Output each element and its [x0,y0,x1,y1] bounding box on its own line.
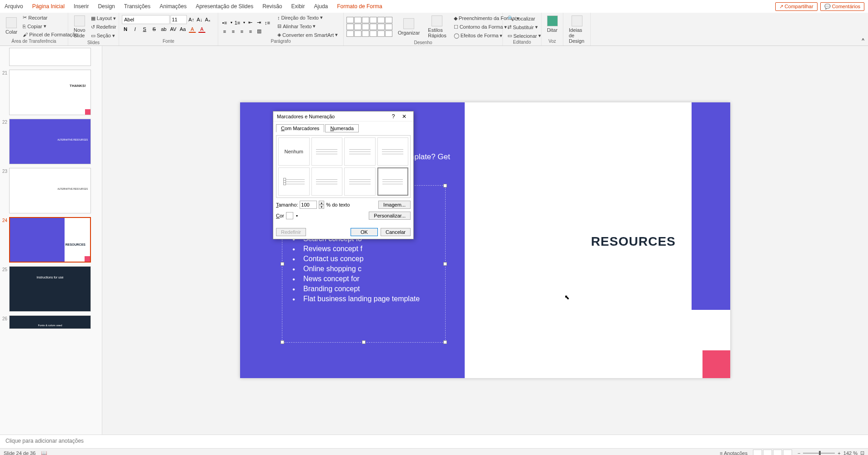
reset-button[interactable]: ↺ Redefinir [89,23,118,31]
image-button[interactable]: Imagem... [378,201,411,209]
ok-button[interactable]: OK [351,228,378,236]
comments-button[interactable]: 💬 Comentários [820,2,864,11]
indent-increase-icon[interactable]: ⇥ [255,19,262,26]
menu-apresentacao[interactable]: Apresentação de Slides [191,0,258,12]
bullet-style-6[interactable] [311,167,343,196]
menu-formato-forma[interactable]: Formato de Forma [332,0,386,12]
fit-to-window-button[interactable]: ⊡ [860,450,864,455]
slide-title[interactable]: RESOURCES [591,234,676,249]
smartart-button[interactable]: ◈ Converter em SmartArt ▾ [276,31,340,39]
bullet-style-2[interactable] [311,137,343,166]
collapse-ribbon-button[interactable]: ^ [862,37,864,44]
align-justify-icon[interactable]: ≡ [247,28,254,35]
size-input[interactable] [300,201,317,209]
increase-font-icon[interactable]: A↑ [188,16,195,23]
resize-handle[interactable] [443,184,447,187]
align-right-icon[interactable]: ≡ [238,28,246,35]
menu-arquivo[interactable]: Arquivo [0,0,28,12]
paste-button[interactable]: Colar [3,15,20,36]
bullet-item[interactable]: Online shopping c [292,264,435,274]
zoom-slider[interactable] [803,453,835,454]
align-left-icon[interactable]: ≡ [221,28,228,35]
quick-styles-button[interactable]: Estilos Rápidos [425,14,449,40]
menu-animacoes[interactable]: Animações [155,0,191,12]
color-dropdown-arrow[interactable]: ▾ [296,214,298,218]
size-spin-up[interactable]: ▲ [319,201,324,205]
slide-thumb-23[interactable]: ALTERNATIVE RESOURCES [9,168,91,213]
tab-bullets[interactable]: CCom Marcadoresom Marcadores [276,124,324,132]
italic-button[interactable]: I [131,25,139,33]
dictate-button[interactable]: Ditar [544,14,560,35]
numbering-button[interactable]: 1≡ [234,19,241,26]
zoom-in-button[interactable]: + [838,450,840,455]
bullet-item[interactable]: Reviews concept f [292,244,435,254]
clear-format-icon[interactable]: Aₓ [204,16,211,23]
bullet-style-7[interactable] [344,167,376,196]
color-picker[interactable] [286,212,293,219]
sorter-view-button[interactable] [763,450,772,455]
slide-thumb-20-partial[interactable] [9,48,91,66]
align-center-icon[interactable]: ≡ [230,28,237,35]
slideshow-button[interactable] [783,450,792,455]
arrange-button[interactable]: Organizar [395,16,422,37]
bullet-style-4[interactable] [377,137,409,166]
resize-handle[interactable] [443,340,447,344]
tab-numbered[interactable]: Numerada [325,124,358,132]
bullet-style-3[interactable] [344,137,376,166]
notes-toggle[interactable]: ≡ Anotações [720,450,748,455]
bullet-style-8[interactable] [377,167,409,196]
menu-exibir[interactable]: Exibir [287,0,310,12]
menu-inserir[interactable]: Inserir [69,0,93,12]
slide-thumb-26[interactable]: Fonts & colors used [9,315,91,329]
select-button[interactable]: ▭ Selecionar ▾ [506,32,538,40]
menu-pagina-inicial[interactable]: Página Inicial [28,0,69,12]
font-color-button[interactable]: A [198,25,206,33]
strike-button[interactable]: S [151,25,158,33]
zoom-out-button[interactable]: − [798,450,800,455]
slide-thumb-24[interactable]: RESOURCES [9,217,91,263]
spellcheck-icon[interactable]: 📖 [41,450,47,455]
shadow-button[interactable]: ab [160,25,167,33]
bullet-item[interactable]: Flat business landing page template [292,294,435,304]
shapes-gallery[interactable] [346,17,392,37]
line-spacing-icon[interactable]: ↕≡ [264,19,271,26]
bullet-item[interactable]: Branding concept [292,284,435,294]
design-ideas-button[interactable]: Ideias de Design [566,14,587,46]
bullets-button[interactable]: •≡ [221,19,228,26]
case-button[interactable]: Aa [179,25,186,33]
bullet-item[interactable]: Contact us concep [292,254,435,264]
underline-button[interactable]: S [141,25,148,33]
dialog-close-button[interactable]: ✕ [399,113,410,120]
cancel-button[interactable]: Cancelar [381,228,411,236]
bullet-item[interactable]: News concept for [292,274,435,284]
find-button[interactable]: 🔍 Localizar [506,15,538,22]
customize-button[interactable]: Personalizar... [369,212,411,220]
size-spin-down[interactable]: ▼ [319,205,324,209]
columns-icon[interactable]: ▥ [256,28,263,35]
menu-revisao[interactable]: Revisão [258,0,286,12]
section-button[interactable]: ▭ Seção ▾ [89,32,118,40]
text-direction-button[interactable]: ↕ Direção do Texto ▾ [276,14,340,21]
bold-button[interactable]: N [122,25,129,33]
slide-thumb-21[interactable]: THANKS! [9,70,91,115]
normal-view-button[interactable] [753,450,762,455]
resize-handle[interactable] [362,340,366,344]
resize-handle[interactable] [281,340,284,344]
spacing-button[interactable]: AV [170,25,177,33]
resize-handle[interactable] [443,262,447,266]
bullet-style-5[interactable] [278,167,310,196]
share-button[interactable]: ↗ Compartilhar [775,2,818,11]
highlight-color-button[interactable]: A [189,25,196,33]
menu-ajuda[interactable]: Ajuda [310,0,333,12]
resize-handle[interactable] [281,262,284,266]
reading-view-button[interactable] [773,450,782,455]
font-name-select[interactable] [122,15,170,24]
menu-design[interactable]: Design [93,0,119,12]
dialog-help-button[interactable]: ? [388,113,399,120]
zoom-value[interactable]: 142 % [843,450,858,455]
slide-thumb-25[interactable]: Instructions for use [9,266,91,312]
slide-thumbnails-panel[interactable]: 21 THANKS! 22 ALTERNATIVE RESOURCES 23 A… [0,46,102,435]
menu-transicoes[interactable]: Transições [120,0,155,12]
bullet-style-none[interactable]: Nenhum [278,137,310,166]
replace-button[interactable]: ⇄ Substituir ▾ [506,23,538,31]
